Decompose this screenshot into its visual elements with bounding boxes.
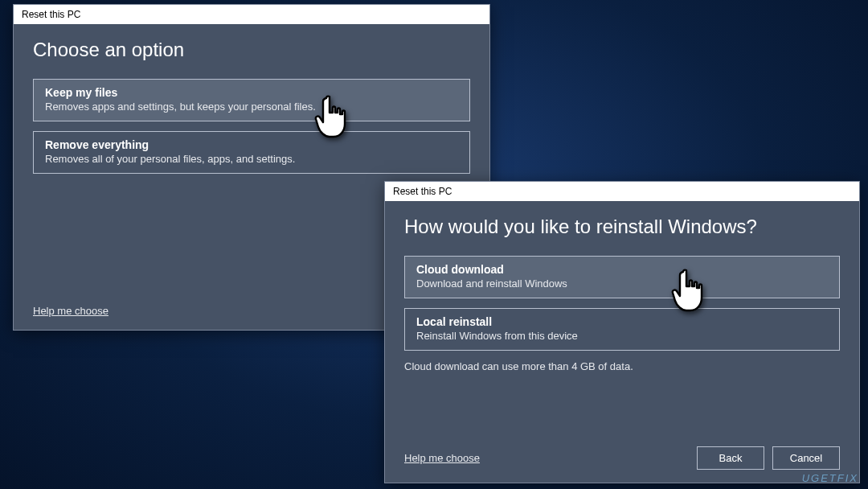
option-desc: Download and reinstall Windows [416,277,828,290]
option-keep-my-files[interactable]: Keep my files Removes apps and settings,… [33,79,470,121]
dialog-title: Reset this PC [14,5,489,24]
option-desc: Removes all of your personal files, apps… [45,153,458,165]
back-button[interactable]: Back [697,446,764,470]
option-desc: Reinstall Windows from this device [416,330,828,342]
option-title: Local reinstall [416,315,828,328]
option-desc: Removes apps and settings, but keeps you… [45,101,458,113]
cancel-button[interactable]: Cancel [772,446,840,470]
help-me-choose-link[interactable]: Help me choose [33,305,108,317]
option-title: Remove everything [45,138,458,151]
help-me-choose-link[interactable]: Help me choose [404,452,480,464]
dialog-heading: Choose an option [33,39,470,61]
option-cloud-download[interactable]: Cloud download Download and reinstall Wi… [404,256,840,298]
reset-pc-dialog-reinstall: Reset this PC How would you like to rein… [384,181,860,483]
watermark: UGETFIX [802,472,858,484]
cloud-download-note: Cloud download can use more than 4 GB of… [404,360,840,372]
option-remove-everything[interactable]: Remove everything Removes all of your pe… [33,131,470,174]
option-title: Keep my files [45,86,458,99]
option-title: Cloud download [416,263,828,276]
option-local-reinstall[interactable]: Local reinstall Reinstall Windows from t… [404,308,840,351]
dialog-heading: How would you like to reinstall Windows? [404,216,840,238]
dialog-title: Reset this PC [385,182,859,201]
